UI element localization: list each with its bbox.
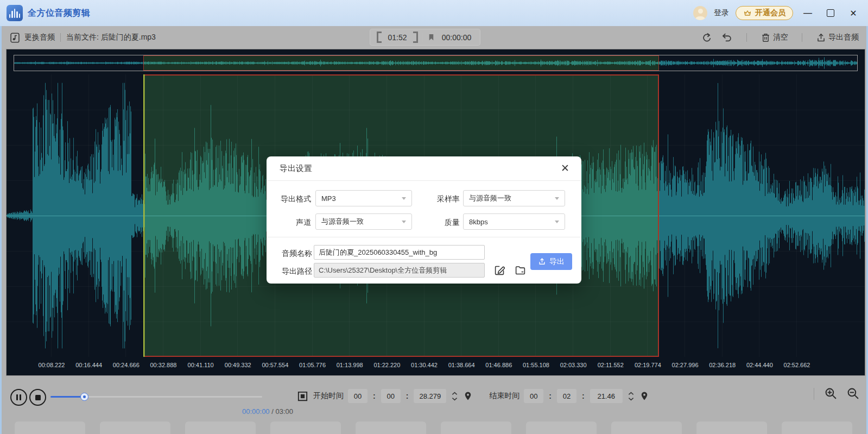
chevron-down-icon <box>555 221 559 223</box>
format-label: 导出格式 <box>267 194 311 204</box>
divider <box>60 33 61 42</box>
waveform-overview[interactable] <box>14 55 858 71</box>
channel-label: 声道 <box>267 218 311 228</box>
start-seconds-field[interactable]: 28.279 <box>414 389 446 403</box>
export-path-input[interactable] <box>314 263 485 278</box>
volume-slider[interactable] <box>50 396 262 398</box>
zoom-out-button[interactable] <box>846 387 860 400</box>
quality-select[interactable]: 8kbps <box>463 213 565 230</box>
change-audio-button[interactable]: 更换音频 <box>9 32 55 43</box>
titlebar: 全方位音频剪辑 登录 开通会员 — ✕ <box>0 0 868 26</box>
app-window: 全方位音频剪辑 登录 开通会员 — ✕ 更换音频 当前文件: 后陡门的夏.mp3 <box>0 0 868 434</box>
vip-label: 开通会员 <box>755 8 785 18</box>
preset-card[interactable] <box>356 422 426 434</box>
audio-name-label: 音频名称 <box>267 249 312 259</box>
preset-card[interactable] <box>441 422 511 434</box>
maximize-button[interactable] <box>822 5 839 21</box>
end-hours-field[interactable]: 00 <box>524 389 543 403</box>
export-settings-dialog: 导出设置 ✕ 导出格式 MP3 采样率 与源音频一致 声道 与源音频一致 质量 … <box>267 156 581 284</box>
preset-card[interactable] <box>782 422 852 434</box>
time-tick-label: 02:03.330 <box>560 362 587 368</box>
vip-button[interactable]: 开通会员 <box>736 6 793 20</box>
maximize-icon <box>827 9 834 17</box>
bookmark-icon <box>427 33 435 41</box>
preset-card[interactable] <box>15 422 85 434</box>
edit-path-button[interactable] <box>493 264 505 276</box>
clear-button[interactable]: 清空 <box>761 33 788 43</box>
end-seconds-field[interactable]: 21.46 <box>590 389 623 403</box>
open-folder-button[interactable] <box>514 264 526 276</box>
time-tick-label: 00:32.888 <box>150 362 176 368</box>
selection-duration: 01:52 <box>386 33 409 42</box>
export-icon <box>816 33 826 43</box>
selection-start-bracket-icon <box>377 32 382 43</box>
time-tick-label: 01:55.108 <box>523 362 549 368</box>
preset-card[interactable] <box>696 422 767 434</box>
preset-card[interactable] <box>185 422 256 434</box>
time-tick-label: 01:22.220 <box>373 362 400 368</box>
app-title: 全方位音频剪辑 <box>28 8 91 19</box>
time-tick-label: 02:19.774 <box>635 362 661 368</box>
volume-slider-thumb[interactable] <box>80 393 88 401</box>
pause-button[interactable] <box>10 389 27 406</box>
chevron-down-icon <box>402 197 406 200</box>
step-up-icon <box>452 392 458 395</box>
audio-name-input[interactable] <box>314 245 485 260</box>
time-tick-label: 01:05.776 <box>299 362 326 368</box>
dialog-close-icon[interactable]: ✕ <box>560 162 571 174</box>
undo-button[interactable] <box>721 32 733 43</box>
selection-time-box: 01:52 00:00:00 <box>370 29 480 46</box>
close-button[interactable]: ✕ <box>845 5 861 21</box>
set-end-marker-icon[interactable] <box>639 391 649 401</box>
preset-card[interactable] <box>611 422 682 434</box>
stop-button[interactable] <box>29 389 46 406</box>
redo-button[interactable] <box>701 32 713 43</box>
time-tick-label: 00:57.554 <box>262 362 288 368</box>
avatar[interactable] <box>693 6 707 20</box>
trim-icon[interactable] <box>296 390 309 402</box>
start-time-label: 开始时间 <box>313 391 344 401</box>
format-select[interactable]: MP3 <box>315 190 412 206</box>
change-audio-label: 更换音频 <box>24 33 55 42</box>
sample-rate-value: 与源音频一致 <box>469 193 511 203</box>
colon: : <box>373 392 376 400</box>
channel-select[interactable]: 与源音频一致 <box>315 213 412 230</box>
selection-end-bracket-icon <box>413 32 418 43</box>
playback-time: 00:00:00 / 03:00 <box>242 407 293 416</box>
start-hours-field[interactable]: 00 <box>348 389 368 403</box>
app-logo-icon <box>7 5 23 21</box>
export-audio-button[interactable]: 导出音频 <box>816 33 859 43</box>
start-time-stepper[interactable] <box>451 392 459 401</box>
preset-card[interactable] <box>100 422 170 434</box>
sample-rate-select[interactable]: 与源音频一致 <box>463 190 565 206</box>
transport-bar: 00:00:00 / 03:00 开始时间 00 : 00 : 28.279 结… <box>2 376 866 434</box>
time-tick-label: 00:49.332 <box>225 362 251 368</box>
divider <box>814 388 814 400</box>
divider <box>802 33 802 42</box>
login-button[interactable]: 登录 <box>714 8 729 18</box>
redo-icon <box>701 32 713 43</box>
end-time-label: 结束时间 <box>489 391 519 401</box>
total-time: / 03:00 <box>270 407 293 416</box>
divider <box>746 33 747 42</box>
zoom-in-button[interactable] <box>824 387 838 400</box>
step-up-icon <box>628 392 634 395</box>
preset-card[interactable] <box>526 422 597 434</box>
undo-icon <box>721 32 733 43</box>
step-down-icon <box>628 397 634 401</box>
quality-label: 质量 <box>419 218 460 228</box>
toolbar: 更换音频 当前文件: 后陡门的夏.mp3 01:52 00:00:00 <box>2 26 866 49</box>
start-minutes-field[interactable]: 00 <box>381 389 401 403</box>
set-start-marker-icon[interactable] <box>463 391 473 401</box>
export-button[interactable]: 导出 <box>530 253 572 270</box>
minimize-button[interactable]: — <box>800 5 816 21</box>
end-minutes-field[interactable]: 02 <box>557 389 576 403</box>
colon: : <box>582 392 585 400</box>
preset-card[interactable] <box>270 422 341 434</box>
time-tick-label: 02:52.662 <box>784 362 810 368</box>
export-path-label: 导出路径 <box>267 267 312 276</box>
preset-strip <box>15 422 852 434</box>
overview-selection-region[interactable] <box>143 55 659 71</box>
end-time-stepper[interactable] <box>627 392 635 401</box>
pause-icon <box>16 394 22 400</box>
